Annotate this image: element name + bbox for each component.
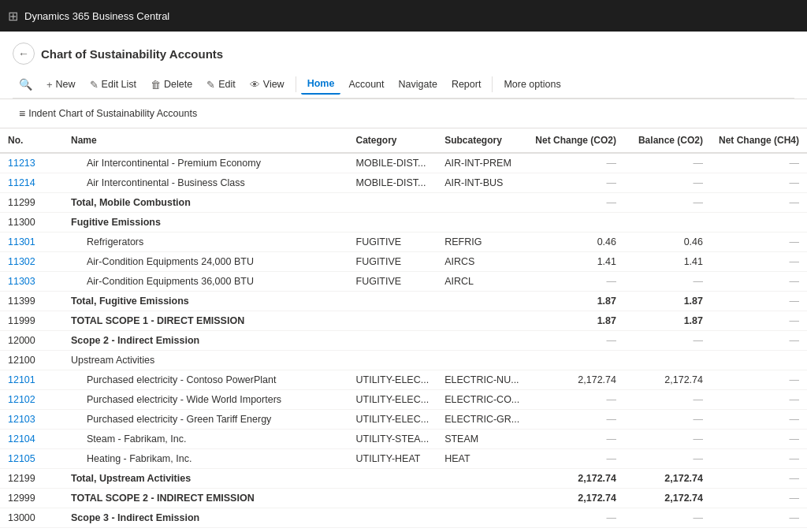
cell-no[interactable]: 11302 xyxy=(0,252,63,272)
cell-subcategory xyxy=(437,292,527,311)
delete-button[interactable]: 🗑 Delete xyxy=(144,75,199,95)
table-row: 12104Steam - Fabrikam, Inc.UTILITY-STEA.… xyxy=(0,430,807,449)
cell-net-co2: — xyxy=(527,331,624,351)
cell-name: Heating - Fabrikam, Inc. xyxy=(63,449,348,469)
cell-net-co2 xyxy=(527,351,624,370)
view-button[interactable]: 👁 View xyxy=(244,75,291,95)
breadcrumb-row: ← Chart of Sustainability Accounts xyxy=(13,38,794,71)
new-icon: + xyxy=(46,79,53,91)
indent-label: Indent Chart of Sustainability Accounts xyxy=(28,108,197,119)
cell-net-ch4: — xyxy=(711,331,807,351)
cell-category xyxy=(348,351,437,370)
tab-report[interactable]: Report xyxy=(445,75,488,94)
cell-net-co2: 1.41 xyxy=(527,252,624,272)
cell-net-ch4: — xyxy=(711,233,807,252)
more-options-button[interactable]: More options xyxy=(497,75,567,94)
back-button[interactable]: ← xyxy=(13,43,35,65)
cell-net-ch4 xyxy=(711,213,807,233)
indent-chart-button[interactable]: ≡ Indent Chart of Sustainability Account… xyxy=(13,104,203,123)
col-bal-co2: Balance (CO2) xyxy=(624,128,711,153)
cell-no: 12100 xyxy=(0,351,63,370)
new-button[interactable]: + New xyxy=(40,75,82,95)
grid-icon[interactable]: ⊞ xyxy=(8,9,18,24)
cell-net-co2: — xyxy=(527,508,624,528)
cell-no[interactable]: 11301 xyxy=(0,233,63,252)
cell-net-co2: — xyxy=(527,430,624,449)
table-row: 11299Total, Mobile Combustion——— xyxy=(0,193,807,213)
cell-net-co2 xyxy=(527,528,624,533)
cell-category xyxy=(348,331,437,351)
tab-home[interactable]: Home xyxy=(301,74,341,95)
cell-no[interactable]: 12103 xyxy=(0,410,63,430)
tab-navigate[interactable]: Navigate xyxy=(392,75,444,94)
cell-name: Total, Mobile Combustion xyxy=(63,193,348,213)
table-row: 11303Air-Condition Equipments 36,000 BTU… xyxy=(0,272,807,292)
col-subcategory: Subcategory xyxy=(437,128,527,153)
cell-no[interactable]: 11303 xyxy=(0,272,63,292)
table-row: 11302Air-Condition Equipments 24,000 BTU… xyxy=(0,252,807,272)
cell-subcategory xyxy=(437,213,527,233)
cell-subcategory: AIR-INT-PREM xyxy=(437,153,527,173)
edit-button[interactable]: ✎ Edit xyxy=(200,75,242,95)
cell-category: FUGITIVE xyxy=(348,252,437,272)
table-row: 12102Purchased electricity - Wide World … xyxy=(0,390,807,410)
cell-balance-co2: — xyxy=(624,410,711,430)
search-button[interactable]: 🔍 xyxy=(13,74,39,95)
col-net-co2: Net Change (CO2) xyxy=(527,128,624,153)
view-label: View xyxy=(263,79,284,90)
cell-subcategory xyxy=(437,528,527,533)
table-row: 11300Fugitive Emissions xyxy=(0,213,807,233)
cell-no[interactable]: 12101 xyxy=(0,370,63,390)
delete-label: Delete xyxy=(164,79,192,90)
cell-no: 13000 xyxy=(0,508,63,528)
cell-no[interactable]: 12104 xyxy=(0,430,63,449)
cell-no: 12199 xyxy=(0,469,63,489)
cell-net-ch4: — xyxy=(711,469,807,489)
cell-category xyxy=(348,213,437,233)
cell-net-co2: — xyxy=(527,153,624,173)
cell-balance-co2: 1.87 xyxy=(624,292,711,311)
back-icon: ← xyxy=(18,47,29,60)
table-container: No. Name Category Subcategory Net Change… xyxy=(0,128,807,532)
cell-category: MOBILE-DIST... xyxy=(348,153,437,173)
table-row: 13000Scope 3 - Indirect Emission——— xyxy=(0,508,807,528)
sub-toolbar: ≡ Indent Chart of Sustainability Account… xyxy=(0,99,807,128)
search-icon: 🔍 xyxy=(19,78,32,91)
cell-name: Fugitive Emissions xyxy=(63,213,348,233)
cell-subcategory: STEAM xyxy=(437,430,527,449)
edit-list-button[interactable]: ✎ Edit List xyxy=(84,75,143,95)
topbar: ⊞ Dynamics 365 Business Central xyxy=(0,0,807,32)
cell-balance-co2: 1.41 xyxy=(624,252,711,272)
cell-no[interactable]: 11213 xyxy=(0,153,63,173)
cell-net-co2: 2,172.74 xyxy=(527,370,624,390)
cell-net-co2: — xyxy=(527,449,624,469)
cell-net-ch4: — xyxy=(711,292,807,311)
table-row: 11399Total, Fugitive Emissions1.871.87— xyxy=(0,292,807,311)
edit-list-icon: ✎ xyxy=(90,79,99,91)
cell-category: UTILITY-STEA... xyxy=(348,430,437,449)
cell-no[interactable]: 12102 xyxy=(0,390,63,410)
cell-category xyxy=(348,469,437,489)
cell-net-ch4: — xyxy=(711,252,807,272)
cell-name: Purchased electricity - Contoso PowerPla… xyxy=(63,370,348,390)
cell-name: Scope 3 - Indirect Emission xyxy=(63,508,348,528)
table-row: 12101Purchased electricity - Contoso Pow… xyxy=(0,370,807,390)
cell-balance-co2: — xyxy=(624,449,711,469)
cell-net-co2: 2,172.74 xyxy=(527,469,624,489)
cell-net-ch4: — xyxy=(711,410,807,430)
cell-category: FUGITIVE xyxy=(348,272,437,292)
cell-no[interactable]: 11214 xyxy=(0,173,63,193)
cell-subcategory xyxy=(437,331,527,351)
cell-no[interactable]: 12105 xyxy=(0,449,63,469)
cell-balance-co2: — xyxy=(624,430,711,449)
col-net-ch4: Net Change (CH4) xyxy=(711,128,807,153)
cell-subcategory: REFRIG xyxy=(437,233,527,252)
cell-name: TOTAL SCOPE 2 - INDIRECT EMISSION xyxy=(63,489,348,508)
cell-subcategory xyxy=(437,351,527,370)
cell-no: 11300 xyxy=(0,213,63,233)
cell-category: UTILITY-ELEC... xyxy=(348,410,437,430)
tab-account[interactable]: Account xyxy=(342,75,390,94)
cell-net-ch4: — xyxy=(711,370,807,390)
table-header-row: No. Name Category Subcategory Net Change… xyxy=(0,128,807,153)
cell-balance-co2 xyxy=(624,213,711,233)
